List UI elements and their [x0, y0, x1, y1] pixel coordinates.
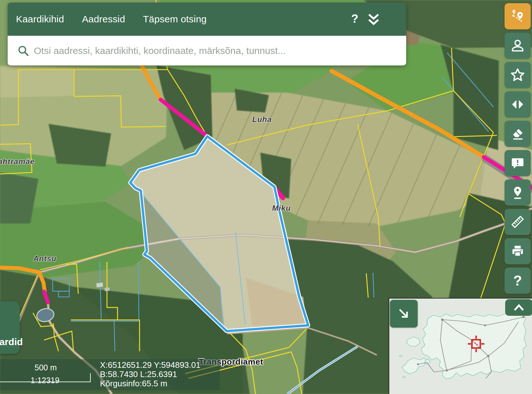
map-footer: 500 m 1:12319 X:6512651.29 Y:594893.01 B…	[0, 359, 220, 390]
coordinate-readout: X:6512651.29 Y:594893.01 B:58.7430 L:25.…	[100, 360, 201, 388]
swipe-compare-icon	[510, 97, 525, 112]
place-label-miku: Miku	[272, 204, 291, 213]
sidebar-tab-kaardid[interactable]: ardid	[0, 301, 20, 354]
locate-coordinates-button[interactable]	[505, 179, 531, 206]
object-info-tool-button[interactable]	[505, 3, 531, 29]
toolbar-collapse-button[interactable]	[505, 299, 532, 316]
location-pin-icon	[510, 185, 525, 200]
search-panel: Kaardikihid Aadressid Täpsem otsing ? Ot…	[8, 3, 406, 65]
help-icon[interactable]: ?	[351, 12, 358, 26]
arrow-down-right-icon	[397, 307, 411, 321]
person-icon	[510, 38, 525, 53]
compare-layers-button[interactable]	[505, 91, 531, 117]
menu-item-kaardikihid[interactable]: Kaardikihid	[16, 14, 64, 25]
scale-distance: 500 m	[19, 363, 73, 372]
place-label-luha: Luha	[252, 115, 272, 124]
place-label-antsu: Antsu	[33, 254, 57, 263]
search-icon	[17, 45, 29, 57]
eraser-icon	[510, 126, 525, 141]
collapse-panel-button[interactable]	[367, 12, 381, 27]
erase-button[interactable]	[505, 121, 531, 147]
chevron-up-icon	[513, 303, 525, 312]
coord-elevation: Kõrgusinfo:65.5 m	[100, 379, 201, 388]
double-chevron-down-icon	[367, 12, 381, 27]
print-button[interactable]	[505, 238, 531, 264]
question-mark-icon: ?	[513, 273, 522, 289]
ruler-icon	[510, 215, 525, 229]
coord-xy: X:6512651.29 Y:594893.01	[100, 360, 201, 370]
menu-item-tapsem-otsing[interactable]: Täpsem otsing	[143, 14, 207, 25]
printer-icon	[510, 244, 525, 259]
sidebar-tab-label: ardid	[0, 337, 23, 347]
user-account-button[interactable]	[505, 33, 531, 59]
menu-item-aadressid[interactable]: Aadressid	[82, 14, 125, 25]
menu-bar: Kaardikihid Aadressid Täpsem otsing	[8, 3, 406, 36]
search-input[interactable]: Otsi aadressi, kaardikihti, koordinaate,…	[8, 36, 406, 65]
feedback-button[interactable]	[505, 150, 531, 176]
star-icon	[510, 67, 525, 83]
toolbar-help-button[interactable]: ?	[505, 268, 531, 294]
measure-button[interactable]	[505, 209, 531, 235]
overview-map[interactable]	[389, 298, 532, 394]
comment-exclamation-icon	[510, 156, 525, 170]
bookmarks-button[interactable]	[505, 62, 531, 88]
scale-ratio: 1:12319	[18, 376, 72, 385]
overview-expand-button[interactable]	[390, 300, 418, 328]
place-label-vahtramae: ahtramäe	[0, 157, 35, 166]
route-pin-icon	[510, 9, 525, 24]
coord-bl: B:58.7430 L:25.6391	[100, 370, 201, 379]
search-placeholder: Otsi aadressi, kaardikihti, koordinaate,…	[34, 45, 286, 56]
